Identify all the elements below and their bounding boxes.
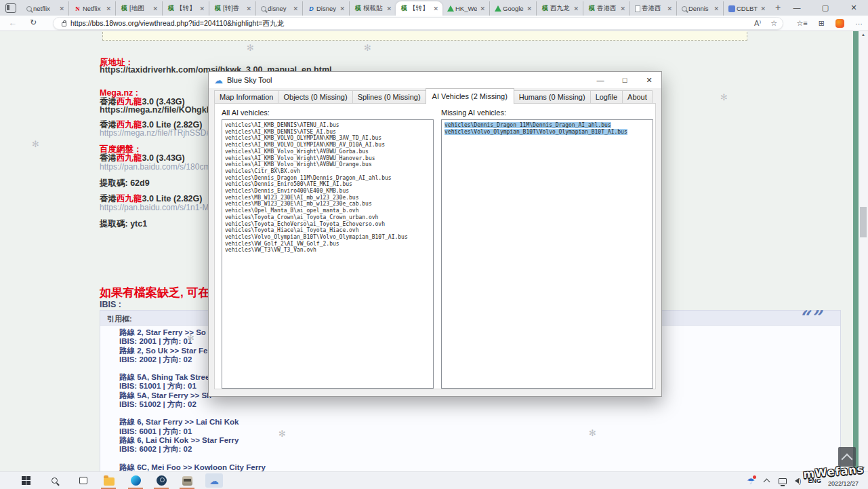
browser-tab[interactable]: Dennis ✕	[676, 1, 723, 16]
lock-icon[interactable]	[62, 22, 66, 26]
extension-icon[interactable]	[835, 19, 844, 28]
tab-close-icon[interactable]: ✕	[712, 5, 720, 12]
start-button[interactable]	[20, 475, 32, 486]
dialog-tab[interactable]: Map Information	[214, 90, 278, 103]
missing-vehicle-text[interactable]: vehicles\Dennis_Dragon 11M\Dennis_Dragon…	[445, 122, 611, 128]
tab-actions-icon[interactable]	[5, 3, 16, 13]
tab-close-icon[interactable]: ✕	[619, 5, 627, 12]
omsi-icon[interactable]	[182, 475, 193, 486]
dialog-minimize-button[interactable]: —	[588, 72, 613, 88]
close-button[interactable]: ✕	[840, 0, 868, 15]
mega-item-1-link[interactable]: https://mega.nz/file/KOhgkR	[100, 105, 213, 115]
file-explorer-icon[interactable]	[103, 475, 115, 486]
dialog-tab[interactable]: Humans (0 Missing)	[514, 90, 591, 103]
page-scrollbar[interactable]: ▲ ▼	[859, 31, 868, 471]
browser-tab[interactable]: N Netflix ✕	[68, 1, 115, 16]
baidu-item-2-link[interactable]: https://pan.baidu.com/s/1n1-M7	[100, 203, 213, 212]
tab-close-icon[interactable]: ✕	[104, 5, 112, 12]
browser-tab[interactable]: Google ✕	[489, 1, 536, 16]
vehicle-path-item[interactable]: vehicles\AI_KMB_DENNIS\ATSE_AI.bus	[225, 129, 430, 136]
minimize-button[interactable]: —	[783, 0, 811, 15]
dialog-tab[interactable]: Logfile	[590, 90, 623, 103]
browser-tab[interactable]: 模 西九龙 ✕	[536, 1, 583, 16]
collections-icon[interactable]: ⊞	[819, 19, 825, 28]
new-tab-button[interactable]: +	[775, 2, 781, 13]
refresh-icon[interactable]: ↻	[30, 18, 37, 27]
browser-tab[interactable]: 模 模載貼 ✕	[349, 1, 396, 16]
missing-vehicle-item[interactable]: vehicles\Dennis_Dragon 11M\Dennis_Dragon…	[445, 122, 650, 129]
dialog-tab[interactable]: AI Vehicles (2 Missing)	[426, 88, 514, 104]
browser-tab[interactable]: 模 香港西 ✕	[583, 1, 629, 16]
missing-vehicle-item[interactable]: vehicles\Volvo_Olympian_B10T\Volvo_Olyma…	[445, 129, 650, 136]
browser-tab[interactable]: 模 【转】 ✕	[396, 1, 442, 16]
vehicle-path-item[interactable]: vehicles\Opel_Manta_B\ai_opel_manta_b.ov…	[225, 208, 430, 214]
browser-tab[interactable]: HK_We ✕	[442, 1, 489, 16]
browser-tab[interactable]: CDLBT ✕	[723, 1, 770, 16]
edge-icon[interactable]	[130, 475, 142, 486]
vehicle-path-item[interactable]: vehicles\VW_Golf_2\AI_VW_Golf_2.bus	[225, 241, 430, 248]
favorites-bar-icon[interactable]: ☆≡	[797, 19, 808, 28]
network-icon[interactable]	[779, 478, 787, 484]
maximize-button[interactable]: ▢	[811, 0, 840, 15]
volume-icon[interactable]: )	[795, 477, 801, 485]
favorites-icon[interactable]: ☆	[770, 19, 777, 28]
browser-tab[interactable]: disney ✕	[255, 1, 302, 16]
vehicle-path-item[interactable]: vehicles\Citr_BX\BX.ovh	[225, 168, 430, 175]
dialog-tab[interactable]: Splines (0 Missing)	[352, 90, 426, 103]
vehicle-path-item[interactable]: vehicles\Toyota_Hiace\ai_Toyota_Hiace.ov…	[225, 227, 430, 234]
browser-tab[interactable]: 模 [地图 ✕	[115, 1, 162, 16]
vehicle-path-item[interactable]: vehicles\AI_KMB_VOLVO_OLYMPIAN\KMB_AV_D1…	[225, 142, 430, 149]
antivirus-umbrella-icon[interactable]: ☂	[747, 476, 755, 486]
dialog-tab[interactable]: Objects (0 Missing)	[278, 90, 352, 103]
vehicle-path-item[interactable]: vehicles\AI_KMB_DENNIS\ATENU_AI.bus	[225, 122, 430, 129]
tab-close-icon[interactable]: ✕	[478, 5, 487, 12]
tab-close-icon[interactable]: ✕	[525, 5, 533, 12]
all-vehicles-listbox[interactable]: vehicles\AI_KMB_DENNIS\ATENU_AI.bus vehi…	[222, 119, 434, 389]
dialog-tab[interactable]: About	[622, 90, 653, 103]
steam-icon[interactable]	[156, 475, 167, 486]
tab-close-icon[interactable]: ✕	[385, 5, 393, 12]
tab-close-icon[interactable]: ✕	[58, 5, 66, 12]
tab-close-icon[interactable]: ✕	[291, 5, 299, 12]
clock-date[interactable]: 2022/12/27	[828, 480, 859, 487]
vehicle-path-item[interactable]: vehicles\AI_KMB_Volvo_Wright\AVBWU_Orang…	[225, 161, 430, 168]
vehicle-path-item[interactable]: vehicles\Dennis_Enviro400\E400_KMB.bus	[225, 188, 430, 195]
vehicle-path-item[interactable]: vehicles\AI_KMB_Volvo_Wright\AVBWU_Gorba…	[225, 149, 430, 155]
vehicle-path-item[interactable]: vehicles\Toyota_EchoVerso\ai_Toyota_Echo…	[225, 221, 430, 228]
back-icon[interactable]: ←	[8, 18, 17, 28]
browser-tab[interactable]: 模 【转】 ✕	[162, 1, 209, 16]
vehicle-path-item[interactable]: vehicles\AI_KMB_Volvo_Wright\AVBWU_Hanov…	[225, 155, 430, 162]
tab-close-icon[interactable]: ✕	[759, 5, 767, 12]
dialog-maximize-button[interactable]: □	[613, 72, 637, 88]
browser-tab[interactable]: 模 [转]香 ✕	[209, 1, 255, 16]
tray-expand-icon[interactable]	[764, 479, 770, 486]
missing-vehicles-listbox[interactable]: vehicles\Dennis_Dragon 11M\Dennis_Dragon…	[441, 119, 653, 389]
browser-tab[interactable]: 香港西 ✕	[629, 1, 676, 16]
scrollbar-thumb[interactable]	[860, 207, 867, 237]
dialog-titlebar[interactable]: ☁ Blue Sky Tool — □ ✕	[209, 72, 661, 88]
vehicle-path-item[interactable]: vehicles\VW_T3\VW_T3_Van.ovh	[225, 247, 430, 254]
baidu-item-1-link[interactable]: https://pan.baidu.com/s/180cml9	[100, 162, 217, 172]
vehicle-path-item[interactable]: vehicles\Dennis_Eniro500\ATE_MKI_AI.bus	[225, 181, 430, 188]
url-text[interactable]: https://bbs.18wos.org/viewthread.php?tid…	[70, 19, 745, 28]
tab-close-icon[interactable]: ✕	[338, 5, 346, 12]
browser-tab[interactable]: netflix ✕	[22, 1, 68, 16]
blue-sky-tool-taskbar-icon[interactable]: ☁	[205, 473, 223, 488]
vehicle-path-item[interactable]: vehicles\MB_W123_230E\AI_mb_w123_230e_ca…	[225, 201, 430, 208]
vehicle-path-item[interactable]: vehicles\Toyota_Crown\ai_Toyota_Crown_ur…	[225, 214, 430, 221]
vehicle-path-item[interactable]: vehicles\Dennis_Dragon 11M\Dennis_Dragon…	[225, 175, 430, 182]
tab-close-icon[interactable]: ✕	[245, 5, 253, 12]
tab-close-icon[interactable]: ✕	[572, 5, 580, 12]
tab-close-icon[interactable]: ✕	[151, 5, 159, 12]
vehicle-path-item[interactable]: vehicles\MB_W123_230E\AI_mb_w123_230e.bu…	[225, 195, 430, 201]
dialog-close-button[interactable]: ✕	[637, 72, 661, 88]
tab-close-icon[interactable]: ✕	[198, 5, 206, 12]
taskbar-search-icon[interactable]	[49, 475, 60, 486]
task-view-icon[interactable]	[77, 475, 89, 486]
settings-more-icon[interactable]: ···	[855, 20, 863, 28]
vehicle-path-item[interactable]: vehicles\AI_KMB_VOLVO_OLYMPIAN\KMB_3AV_T…	[225, 135, 430, 142]
mega-item-2-link[interactable]: https://mega.nz/file/fTRjhSSD#B	[100, 128, 216, 138]
tab-close-icon[interactable]: ✕	[432, 5, 440, 12]
missing-vehicle-text[interactable]: vehicles\Volvo_Olympian_B10T\Volvo_Olyma…	[445, 129, 627, 135]
read-aloud-icon[interactable]: A⁾	[754, 19, 761, 28]
